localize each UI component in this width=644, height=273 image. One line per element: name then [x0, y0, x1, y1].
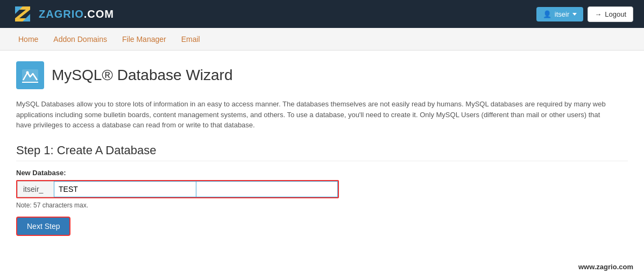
nav-addon-domains[interactable]: Addon Domains: [46, 28, 115, 51]
zagrio-logo-icon: [11, 2, 34, 26]
logo-text: ZAGRIO.COM: [39, 8, 114, 20]
footer-watermark: www.zagrio.com: [0, 257, 644, 274]
logout-icon: →: [595, 10, 601, 18]
database-prefix: itseir_: [17, 181, 54, 197]
new-database-label: New Database:: [16, 169, 628, 177]
navbar: Home Addon Domains File Manager Email: [0, 28, 644, 51]
next-step-button[interactable]: Next Step: [16, 217, 70, 236]
logo-com: .COM: [84, 8, 114, 20]
nav-home[interactable]: Home: [11, 28, 46, 51]
page-title-row: MySQL® Database Wizard: [16, 61, 628, 89]
svg-point-5: [26, 71, 29, 74]
header: ZAGRIO.COM 👤 itseir → Logout: [0, 0, 644, 28]
database-name-input-extra[interactable]: [196, 181, 338, 197]
caret-icon: [572, 13, 577, 16]
step-title: Step 1: Create A Database: [16, 143, 628, 161]
logout-label: Logout: [605, 10, 626, 18]
nav-file-manager[interactable]: File Manager: [115, 28, 174, 51]
database-name-input[interactable]: [54, 181, 196, 197]
database-input-row: itseir_: [16, 180, 339, 198]
user-icon: 👤: [543, 10, 551, 18]
nav-email[interactable]: Email: [174, 28, 208, 51]
logo-zagrio: ZAGRIO: [39, 8, 84, 20]
character-note: Note: 57 characters max.: [16, 202, 628, 209]
user-label: itseir: [555, 10, 569, 18]
page-description: MySQL Databases allow you to store lots …: [16, 99, 608, 131]
svg-rect-4: [22, 69, 38, 81]
header-right: 👤 itseir → Logout: [536, 6, 633, 22]
user-button[interactable]: 👤 itseir: [536, 7, 583, 21]
page-title: MySQL® Database Wizard: [52, 67, 233, 84]
logout-button[interactable]: → Logout: [588, 6, 633, 22]
logo: ZAGRIO.COM: [11, 2, 114, 26]
main-content: MySQL® Database Wizard MySQL Databases a…: [0, 51, 644, 247]
mysql-icon: [16, 61, 44, 89]
